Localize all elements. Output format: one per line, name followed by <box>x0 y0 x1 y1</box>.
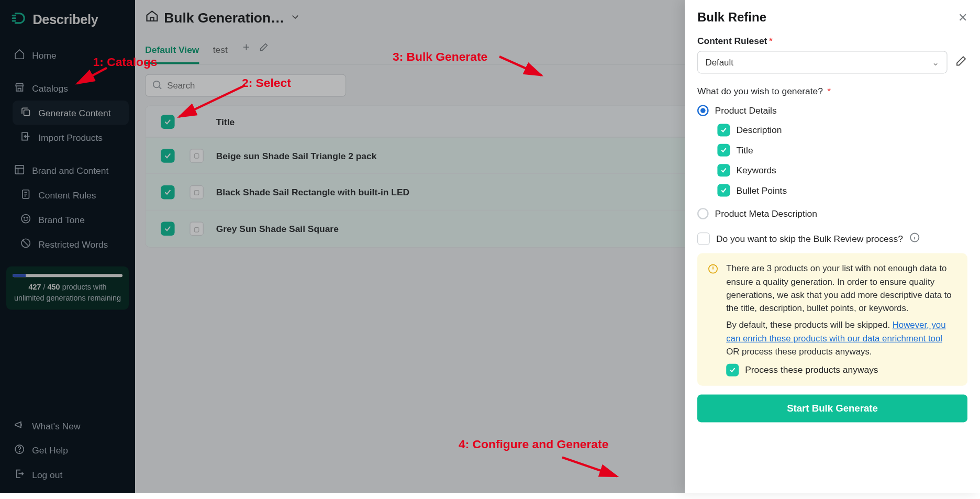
checkbox-bullet-points[interactable]: Bullet Points <box>717 184 967 197</box>
sidebar-item-generate-content[interactable]: Generate Content <box>13 101 129 125</box>
generate-question: What do you wish to generate? * <box>697 86 967 96</box>
sidebar-item-label: Generate Content <box>38 108 110 118</box>
process-anyways-checkbox[interactable]: Process these products anyways <box>726 363 957 377</box>
start-bulk-generate-button[interactable]: Start Bulk Generate <box>697 394 967 422</box>
tab-test[interactable]: test <box>213 38 228 64</box>
checkbox-keywords[interactable]: Keywords <box>717 164 967 176</box>
copy-icon <box>20 106 31 119</box>
svg-point-8 <box>19 451 19 452</box>
svg-rect-1 <box>15 165 24 174</box>
radio-icon <box>697 208 709 219</box>
chevron-down-icon <box>289 10 301 26</box>
search-box <box>145 74 346 96</box>
svg-point-4 <box>24 217 25 218</box>
sidebar-item-label: Import Products <box>38 132 103 142</box>
layout-icon <box>14 164 25 177</box>
ruleset-select[interactable]: Default ⌄ <box>697 51 948 73</box>
checkbox-title[interactable]: Title <box>717 144 967 157</box>
sidebar-item-label: Restricted Words <box>38 239 108 249</box>
catalog-icon <box>145 9 159 27</box>
select-caret-icon: ⌄ <box>932 57 939 67</box>
storefront-icon <box>14 82 25 95</box>
image-icon: ▢ <box>190 149 203 162</box>
sidebar-item-label: Content Rules <box>38 190 96 200</box>
checkbox-icon <box>697 232 710 245</box>
sidebar-item-label: Catalogs <box>32 83 68 93</box>
sidebar: Describely Home Catalogs Generate Conten… <box>0 0 135 493</box>
warning-box: There are 3 products on your list with n… <box>697 253 967 386</box>
sidebar-item-get-help[interactable]: Get Help <box>6 438 129 462</box>
row-checkbox[interactable] <box>161 222 174 236</box>
drawer-title: Bulk Refine <box>697 10 766 25</box>
sidebar-item-label: Home <box>32 50 56 60</box>
logo[interactable]: Describely <box>0 0 135 41</box>
ban-icon <box>20 238 31 251</box>
radio-product-details[interactable]: Product Details <box>697 105 967 116</box>
sidebar-item-label: What's New <box>32 420 80 430</box>
tab-default-view[interactable]: Default View <box>145 38 199 64</box>
sidebar-item-logout[interactable]: Log out <box>6 462 129 487</box>
image-icon: ▢ <box>190 185 203 198</box>
sidebar-item-catalogs[interactable]: Catalogs <box>6 76 129 101</box>
warning-icon <box>707 263 719 377</box>
close-icon[interactable]: ✕ <box>958 10 967 24</box>
edit-ruleset-icon[interactable] <box>955 54 967 70</box>
svg-rect-0 <box>24 110 30 116</box>
help-icon <box>14 443 25 457</box>
radio-icon <box>697 105 709 116</box>
usage-total: 450 <box>48 283 60 292</box>
svg-point-3 <box>21 215 30 223</box>
search-input[interactable] <box>145 74 346 96</box>
sidebar-item-brand-content[interactable]: Brand and Content <box>6 158 129 183</box>
sidebar-item-import-products[interactable]: Import Products <box>13 125 129 150</box>
sidebar-item-label: Log out <box>32 470 62 480</box>
rules-icon <box>20 188 31 202</box>
logout-icon <box>14 468 25 481</box>
logo-icon <box>12 10 28 29</box>
edit-tab-icon[interactable] <box>259 42 269 54</box>
warning-text-2a: By default, these products will be skipp… <box>726 320 893 330</box>
usage-used: 427 <box>29 283 41 292</box>
skip-review-checkbox[interactable]: Do you want to skip the Bulk Review proc… <box>697 232 967 246</box>
info-icon[interactable] <box>909 232 921 246</box>
sidebar-item-label: Brand Tone <box>38 215 85 225</box>
sidebar-item-brand-tone[interactable]: Brand Tone <box>13 207 129 232</box>
usage-bar <box>13 274 26 277</box>
megaphone-icon <box>14 419 25 432</box>
tone-icon <box>20 213 31 226</box>
import-icon <box>20 131 31 144</box>
ruleset-label: Content Ruleset* <box>697 36 967 46</box>
radio-meta-description[interactable]: Product Meta Description <box>697 208 967 219</box>
sidebar-item-label: Brand and Content <box>32 165 108 175</box>
sidebar-item-content-rules[interactable]: Content Rules <box>13 183 129 207</box>
image-icon: ▢ <box>190 222 203 236</box>
row-checkbox[interactable] <box>161 149 174 162</box>
select-all-checkbox[interactable] <box>161 115 174 128</box>
add-tab-icon[interactable] <box>241 42 251 54</box>
sidebar-item-restricted-words[interactable]: Restricted Words <box>13 232 129 257</box>
page-title[interactable]: Bulk Generation… <box>145 9 301 27</box>
warning-text-2c: OR process these products anyways. <box>726 346 872 356</box>
search-icon <box>151 79 163 93</box>
svg-point-9 <box>153 81 160 87</box>
sidebar-item-whats-new[interactable]: What's New <box>6 414 129 438</box>
logo-text: Describely <box>32 12 98 27</box>
sidebar-item-home[interactable]: Home <box>6 43 129 68</box>
bulk-refine-drawer: Bulk Refine ✕ Content Ruleset* Default ⌄… <box>685 0 980 493</box>
page-title-text: Bulk Generation… <box>164 10 284 26</box>
usage-box: 427 / 450 products with unlimited genera… <box>6 267 129 309</box>
svg-point-5 <box>27 217 28 218</box>
row-checkbox[interactable] <box>161 185 174 198</box>
warning-text-1: There are 3 products on your list with n… <box>726 262 957 315</box>
home-icon <box>14 48 25 61</box>
ruleset-value: Default <box>706 57 733 67</box>
sidebar-item-label: Get Help <box>32 445 68 455</box>
checkbox-description[interactable]: Description <box>717 124 967 136</box>
